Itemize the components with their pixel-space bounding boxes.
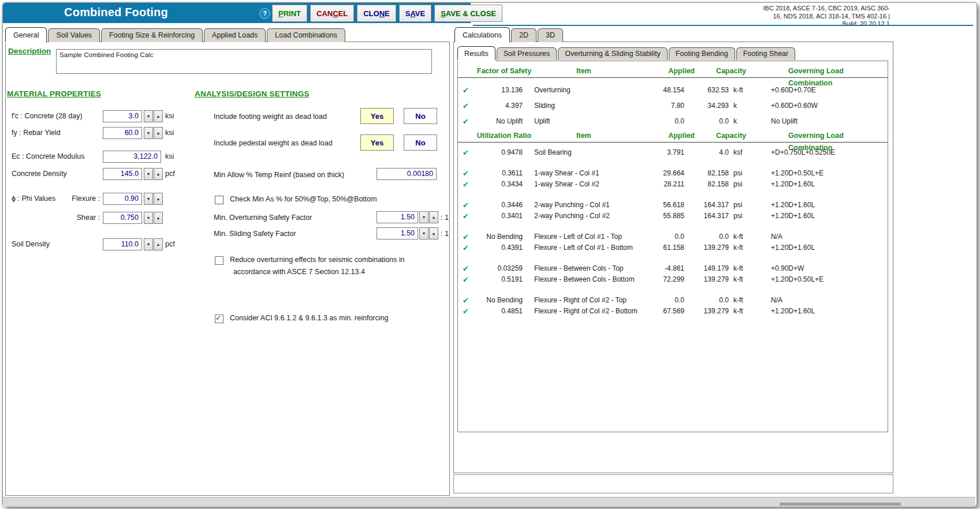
spin-up-button[interactable]: ▲: [429, 211, 438, 223]
spin-down-button[interactable]: ▼: [419, 227, 428, 239]
tab-footing-size-reinforcing[interactable]: Footing Size & Reinforcing: [101, 28, 203, 42]
subtab-soil-pressures[interactable]: Soil Pressures: [497, 47, 557, 60]
material-label: Concrete Density: [12, 170, 67, 178]
spin-up-button[interactable]: ▲: [154, 193, 163, 205]
unit-label: psi: [729, 179, 762, 190]
item-label: Flexure - Right of Col #2 - Bottom: [534, 306, 644, 317]
footing-weight-label: Include footing weight as dead load: [214, 113, 327, 121]
save-button[interactable]: SAVE: [399, 5, 431, 22]
applied-value: 7.80: [644, 98, 684, 114]
seismic-overturning-checkbox[interactable]: [215, 256, 223, 265]
tab-general[interactable]: General: [5, 27, 47, 42]
page-title: Combined Footing: [3, 6, 229, 19]
fy-rebar-yield-input[interactable]: 60.0: [103, 127, 142, 139]
print-button[interactable]: PRINT: [272, 5, 307, 22]
spin-up-button[interactable]: ▲: [429, 227, 438, 239]
applied-value: 56.618: [644, 200, 684, 211]
material-row-soil-density: Soil Density110.0▼▲pcf: [12, 238, 202, 250]
applied-value: 72.299: [644, 274, 684, 285]
help-icon[interactable]: ?: [259, 8, 270, 19]
spin-up-button[interactable]: ▲: [154, 238, 163, 250]
item-label: 1-way Shear - Col #2: [534, 179, 644, 190]
pass-check-icon: ✔: [458, 231, 475, 242]
material-row-concrete-density: Concrete Density145.0▼▲pcf: [12, 168, 202, 180]
aci-min-reinf-checkbox[interactable]: [215, 315, 223, 323]
subtab-footing-bending[interactable]: Footing Bending: [669, 47, 735, 60]
tab-soil-values[interactable]: Soil Values: [48, 28, 100, 42]
spin-down-button[interactable]: ▼: [419, 211, 428, 223]
subtab-overturning-sliding-stability[interactable]: Overturning & Sliding Stability: [558, 47, 667, 60]
subtab-results[interactable]: Results: [457, 46, 495, 60]
governing-combo: +1.20D+1.60L: [762, 242, 888, 253]
pedestal-weight-no-button[interactable]: No: [404, 134, 437, 151]
result-row-1-way-shear-col-2: ✔0.34341-way Shear - Col #228.21182.158p…: [458, 179, 888, 190]
ratio-value: 0.5191: [475, 274, 523, 285]
titlebar: Combined Footing ? PRINTCANCELCLONESAVES…: [3, 3, 471, 23]
tab-load-combinations[interactable]: Load Combinations: [267, 28, 345, 42]
item-label: Overturning: [534, 83, 644, 98]
value-spinner: ▼▲: [143, 110, 163, 122]
header-divider: [473, 25, 973, 26]
tab-calculations[interactable]: Calculations: [454, 27, 510, 42]
spin-up-button[interactable]: ▲: [154, 168, 163, 180]
spin-down-button[interactable]: ▼: [144, 127, 153, 139]
spin-down-button[interactable]: ▼: [144, 212, 153, 224]
codes-line-1: IBC 2018, ASCE 7-16, CBC 2019, AISC 360-: [696, 5, 890, 13]
clone-button[interactable]: CLONE: [357, 5, 396, 22]
overturning-sf-spinner: ▼▲: [419, 211, 438, 223]
pass-check-icon: ✔: [458, 114, 475, 129]
capacity-value: 139.279: [684, 274, 729, 285]
footing-weight-no-button[interactable]: No: [404, 108, 437, 124]
pedestal-weight-yes-button[interactable]: Yes: [360, 134, 394, 151]
column-header-unit: [746, 65, 780, 77]
results-section-header: Factor of SafetyItemAppliedCapacityGover…: [458, 65, 888, 78]
tab-2d[interactable]: 2D: [511, 28, 536, 42]
spin-up-button[interactable]: ▲: [154, 110, 163, 122]
material-label: Ec : Concrete Modulus: [12, 152, 84, 160]
temp-reinf-input[interactable]: 0.00180: [377, 168, 437, 180]
footing-weight-yes-button[interactable]: Yes: [360, 108, 394, 124]
item-label: 1-way Shear - Col #1: [534, 168, 644, 179]
result-row-flexure-right-of-col-2-bottom: ✔0.4851Flexure - Right of Col #2 - Botto…: [458, 306, 888, 317]
applied-value: 61.158: [644, 242, 684, 253]
result-row-2-way-punching-col-1: ✔0.34462-way Punching - Col #156.618164.…: [458, 200, 888, 211]
spin-up-button[interactable]: ▲: [154, 127, 163, 139]
pass-check-icon: ✔: [458, 211, 475, 222]
soil-density-input[interactable]: 110.0: [103, 238, 142, 250]
spin-down-button[interactable]: ▼: [144, 168, 153, 180]
ec-concrete-modulus-input[interactable]: 3,122.0: [103, 151, 161, 163]
spin-down-button[interactable]: ▼: [144, 238, 153, 250]
material-row-f-c-concrete-28-day: f'c : Concrete (28 day)3.0▼▲ksi: [12, 110, 202, 122]
material-properties-group: f'c : Concrete (28 day)3.0▼▲ksify : Reba…: [12, 107, 202, 250]
tab-3d[interactable]: 3D: [538, 28, 563, 42]
tab-applied-loads[interactable]: Applied Loads: [204, 28, 266, 42]
result-row-flexure-between-cols-top: ✔0.03259Flexure - Between Cols - Top-4.8…: [458, 263, 888, 274]
subtab-footing-shear[interactable]: Footing Shear: [736, 47, 796, 60]
capacity-value: 34.293: [684, 98, 729, 114]
f-c-concrete-28-day-input[interactable]: 3.0: [103, 110, 142, 122]
applied-value: 0.0: [644, 295, 684, 306]
save-and-close-button[interactable]: SAVE & CLOSE: [434, 5, 502, 22]
material-sublabel: Flexure :: [45, 194, 100, 203]
unit-label: k-ft: [729, 306, 762, 317]
concrete-density-input[interactable]: 145.0: [103, 168, 142, 180]
result-row-soil-bearing: ✔0.9478Soil Bearing3.7914.0ksf+D+0.750L+…: [458, 147, 888, 158]
check-min-as-checkbox[interactable]: [215, 196, 223, 204]
phi-values-input[interactable]: 0.90: [103, 193, 142, 205]
shear-input[interactable]: 0.750: [103, 212, 142, 224]
governing-combo: +1.20D+1.60L: [762, 211, 888, 222]
overturning-ratio-suffix: : 1: [441, 214, 449, 222]
cancel-button[interactable]: CANCEL: [310, 5, 354, 22]
capacity-value: 164.317: [684, 211, 729, 222]
description-input[interactable]: Sample Combined Footing Calc: [56, 49, 432, 74]
overturning-sf-input[interactable]: 1.50: [377, 211, 418, 223]
spin-up-button[interactable]: ▲: [154, 212, 163, 224]
aci-min-reinf-label: Consider ACI 9.6.1.2 & 9.6.1.3 as min. r…: [230, 314, 388, 322]
pass-check-icon: ✔: [458, 263, 475, 274]
spin-down-button[interactable]: ▼: [144, 193, 153, 205]
item-label: 2-way Punching - Col #1: [534, 200, 644, 211]
spin-down-button[interactable]: ▼: [144, 110, 153, 122]
sliding-sf-input[interactable]: 1.50: [377, 227, 418, 239]
ratio-value: 0.3401: [475, 211, 523, 222]
applied-value: 0.0: [644, 114, 684, 129]
